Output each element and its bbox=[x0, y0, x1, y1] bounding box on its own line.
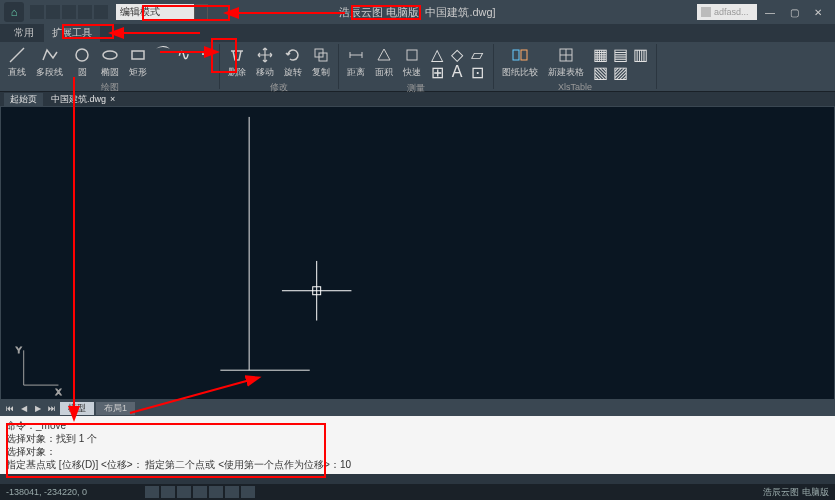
doc-tab-start[interactable]: 起始页 bbox=[4, 93, 43, 106]
qat-open-icon[interactable] bbox=[30, 5, 44, 19]
group-label-draw: 绘图 bbox=[101, 81, 119, 93]
qat-print-icon[interactable] bbox=[94, 5, 108, 19]
doc-tab-file[interactable]: 中国建筑.dwg× bbox=[45, 93, 121, 106]
close-button[interactable]: ✕ bbox=[807, 4, 829, 20]
lineweight-toggle[interactable] bbox=[241, 486, 255, 498]
sheet-nav-next[interactable]: ▶ bbox=[32, 404, 44, 413]
area-icon bbox=[375, 46, 393, 64]
otrack-toggle[interactable] bbox=[225, 486, 239, 498]
tab-common[interactable]: 常用 bbox=[6, 24, 42, 42]
polyline-button[interactable]: 多段线 bbox=[32, 44, 67, 81]
dim2-icon[interactable]: ◇ bbox=[449, 46, 465, 62]
ribbon: 直线 多段线 圆 椭圆 矩形 ⌒ ∿ · 绘图 删除 移动 旋转 复制 修改 距… bbox=[0, 42, 835, 92]
sheet-tab-layout1[interactable]: 布局1 bbox=[96, 402, 135, 415]
qat-save-icon[interactable] bbox=[46, 5, 60, 19]
dim6-icon[interactable]: ⊡ bbox=[469, 64, 485, 80]
sheet-tab-model[interactable]: 模型 bbox=[60, 402, 94, 415]
close-tab-icon[interactable]: × bbox=[110, 94, 115, 104]
area-button[interactable]: 面积 bbox=[371, 44, 397, 81]
point-icon[interactable]: · bbox=[195, 46, 211, 62]
sheet-tabs: ⏮ ◀ ▶ ⏭ 模型 布局1 bbox=[0, 400, 835, 416]
tab-extend-tools[interactable]: 扩展工具 bbox=[44, 24, 100, 42]
arc-icon[interactable]: ⌒ bbox=[155, 46, 171, 62]
statusbar: -138041, -234220, 0 浩辰云图 电脑版 bbox=[0, 484, 835, 500]
polar-toggle[interactable] bbox=[193, 486, 207, 498]
command-window[interactable]: 命令：_move 选择对象：找到 1 个 选择对象： 指定基点或 [位移(D)]… bbox=[0, 416, 835, 474]
xls4-icon[interactable]: ▧ bbox=[592, 64, 608, 80]
delete-button[interactable]: 删除 bbox=[224, 44, 250, 81]
grid-toggle[interactable] bbox=[161, 486, 175, 498]
sheet-nav-first[interactable]: ⏮ bbox=[4, 404, 16, 413]
move-icon bbox=[256, 46, 274, 64]
move-button[interactable]: 移动 bbox=[252, 44, 278, 81]
svg-text:Y: Y bbox=[16, 345, 22, 355]
measure-flyout[interactable]: △ ◇ ▱ ⊞ A ⊡ bbox=[427, 44, 489, 82]
title-right: adfasd... — ▢ ✕ bbox=[697, 4, 829, 20]
quick-icon bbox=[403, 46, 421, 64]
table-icon bbox=[557, 46, 575, 64]
svg-point-1 bbox=[76, 49, 88, 61]
xls2-icon[interactable]: ▤ bbox=[612, 46, 628, 62]
xls3-icon[interactable]: ▥ bbox=[632, 46, 648, 62]
command-line-1: 命令：_move bbox=[6, 419, 829, 432]
sheet-nav-prev[interactable]: ◀ bbox=[18, 404, 30, 413]
distance-button[interactable]: 距离 bbox=[343, 44, 369, 81]
command-line-4: 指定基点或 [位移(D)] <位移>： 指定第二个点或 <使用第一个点作为位移>… bbox=[6, 458, 829, 471]
group-label-modify: 修改 bbox=[270, 81, 288, 93]
dim-icon[interactable]: △ bbox=[429, 46, 445, 62]
ellipse-button[interactable]: 椭圆 bbox=[97, 44, 123, 81]
app-logo[interactable]: ⌂ bbox=[4, 2, 24, 22]
xls5-icon[interactable]: ▨ bbox=[612, 64, 628, 80]
ortho-toggle[interactable] bbox=[177, 486, 191, 498]
xls1-icon[interactable]: ▦ bbox=[592, 46, 608, 62]
copy-icon bbox=[312, 46, 330, 64]
sheet-nav-last[interactable]: ⏭ bbox=[46, 404, 58, 413]
rotate-button[interactable]: 旋转 bbox=[280, 44, 306, 81]
rect-icon bbox=[129, 46, 147, 64]
svg-rect-11 bbox=[513, 50, 519, 60]
svg-rect-3 bbox=[132, 51, 144, 59]
qat-redo-icon[interactable] bbox=[78, 5, 92, 19]
circle-button[interactable]: 圆 bbox=[69, 44, 95, 81]
distance-icon bbox=[347, 46, 365, 64]
copy-button[interactable]: 复制 bbox=[308, 44, 334, 81]
spline-icon[interactable]: ∿ bbox=[175, 46, 191, 62]
dim3-icon[interactable]: ▱ bbox=[469, 46, 485, 62]
group-draw: 直线 多段线 圆 椭圆 矩形 ⌒ ∿ · 绘图 bbox=[0, 44, 220, 89]
search-input[interactable] bbox=[116, 4, 194, 20]
dim4-icon[interactable]: ⊞ bbox=[429, 64, 445, 80]
user-icon bbox=[701, 7, 711, 17]
title-center: 浩辰云图 电脑版 中国建筑.dwg] bbox=[339, 5, 495, 20]
ribbon-tabs: 常用 扩展工具 bbox=[0, 24, 835, 42]
compare-button[interactable]: 图纸比较 bbox=[498, 44, 542, 81]
group-label-sheet: XlsTable bbox=[558, 82, 592, 92]
circle-icon bbox=[73, 46, 91, 64]
group-modify: 删除 移动 旋转 复制 修改 bbox=[220, 44, 339, 89]
newtable-button[interactable]: 新建表格 bbox=[544, 44, 588, 81]
filename: 中国建筑.dwg] bbox=[425, 5, 495, 20]
minimize-button[interactable]: — bbox=[759, 4, 781, 20]
qat-undo-icon[interactable] bbox=[62, 5, 76, 19]
maximize-button[interactable]: ▢ bbox=[783, 4, 805, 20]
compare-icon bbox=[511, 46, 529, 64]
svg-point-2 bbox=[103, 51, 117, 59]
quick-button[interactable]: 快速 bbox=[399, 44, 425, 81]
ellipse-icon bbox=[101, 46, 119, 64]
osnap-toggle[interactable] bbox=[209, 486, 223, 498]
rect-button[interactable]: 矩形 bbox=[125, 44, 151, 81]
sheet-flyout[interactable]: ▦ ▤ ▥ ▧ ▨ bbox=[590, 44, 652, 82]
draw-flyout[interactable]: ⌒ ∿ · bbox=[153, 44, 215, 64]
svg-line-0 bbox=[10, 48, 24, 62]
command-line-3: 选择对象： bbox=[6, 445, 829, 458]
svg-marker-9 bbox=[378, 49, 390, 60]
group-sheet: 图纸比较 新建表格 ▦ ▤ ▥ ▧ ▨ XlsTable bbox=[494, 44, 657, 89]
rotate-icon bbox=[284, 46, 302, 64]
search-toggle[interactable] bbox=[194, 4, 208, 20]
svg-rect-10 bbox=[407, 50, 417, 60]
dim5-icon[interactable]: A bbox=[449, 64, 465, 80]
snap-toggle[interactable] bbox=[145, 486, 159, 498]
line-button[interactable]: 直线 bbox=[4, 44, 30, 81]
drawing-canvas[interactable]: Y X bbox=[0, 106, 835, 400]
user-button[interactable]: adfasd... bbox=[697, 4, 757, 20]
line-icon bbox=[8, 46, 26, 64]
